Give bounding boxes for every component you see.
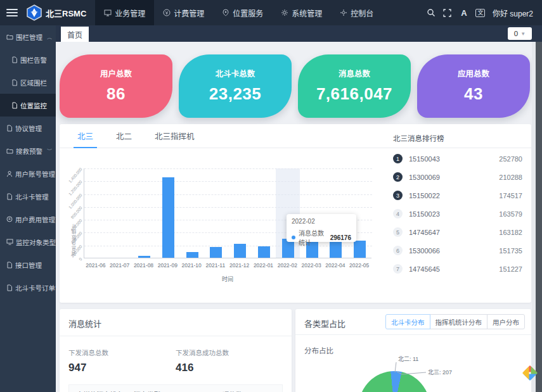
nav-item-business[interactable]: 业务管理: [95, 0, 154, 25]
nav-item-label: 业务管理: [115, 8, 145, 18]
ranking-row: 315150022174517: [393, 186, 522, 205]
folder-icon: [6, 148, 13, 155]
ranking-card-id: 15300066: [409, 247, 440, 255]
bar-2021-11[interactable]: [210, 247, 222, 258]
chevron-down-icon: ﹀: [47, 148, 52, 154]
bar-2022-01[interactable]: [258, 246, 270, 258]
tab-beier[interactable]: 北二: [105, 124, 143, 148]
sidebar-item-user-fees[interactable]: 用户费用管理﹀: [0, 208, 56, 231]
font-size-icon[interactable]: A: [456, 0, 472, 25]
button-beidou-card-distribution[interactable]: 北斗卡分布: [385, 314, 430, 329]
floating-diamond-widget[interactable]: [522, 365, 538, 381]
stat-card-title: 消息总数: [298, 67, 411, 79]
ranking-title: 北三消息排行榜: [393, 133, 522, 143]
message-ranking: 北三消息排行榜 11515004325278021530006921028831…: [393, 133, 522, 278]
message-chart-panel: 北三 北二 北三指挥机 消息总数统计 2021-062021-072021-08…: [60, 124, 531, 303]
sidebar-item-card-orders[interactable]: 北斗卡号订单管理: [0, 276, 56, 299]
tab-command-machine[interactable]: 北三指挥机: [143, 124, 206, 148]
bar-2021-09[interactable]: [162, 177, 174, 258]
tab-pager-dropdown[interactable]: 0▼: [508, 27, 532, 40]
stat-card-value: 86: [60, 84, 172, 104]
metric-value: 416: [176, 362, 283, 374]
sidebar-item-monitor-object-type[interactable]: 监控对象类型管理﹀: [0, 231, 56, 253]
search-icon[interactable]: [423, 0, 439, 25]
tooltip-value: 296176: [330, 234, 351, 241]
bar-2021-10[interactable]: [186, 252, 198, 258]
rank-badge: 7: [393, 264, 403, 274]
ranking-row: 714745645151227: [393, 260, 522, 278]
table-header: 通信数: [223, 389, 243, 392]
table-header: 多媒体消息排名: [77, 389, 134, 392]
brand-title: 北三RSMC: [46, 7, 86, 19]
stat-card-users: 用户总数 86: [60, 54, 172, 118]
ranking-card-id: 15150043: [409, 155, 440, 163]
bar-2021-12[interactable]: [234, 244, 246, 258]
chevron-up-icon: ︿: [47, 34, 52, 40]
nav-item-label: 控制台: [351, 8, 373, 18]
panel-title: 消息统计: [60, 309, 292, 336]
ranking-value: 210288: [499, 174, 522, 181]
button-user-distribution[interactable]: 用户分布: [487, 314, 525, 329]
bar-2021-08[interactable]: [138, 256, 150, 258]
sidebar-item-fence-alarm[interactable]: 围栏告警: [0, 48, 56, 71]
nav-item-label: 系统管理: [292, 8, 322, 18]
nav-item-system[interactable]: 系统管理: [272, 0, 331, 25]
stat-card-apps: 应用总数 43: [417, 54, 530, 118]
file-icon: [11, 79, 18, 86]
chevron-down-icon: ▼: [520, 31, 526, 37]
user-icon: [6, 170, 13, 177]
ranking-value: 163579: [499, 210, 522, 218]
sidebar-item-user-account[interactable]: 用户账号管理: [0, 162, 56, 185]
gridline: [84, 207, 372, 208]
nav-item-location[interactable]: 位置服务: [213, 0, 272, 25]
tooltip-date: 2022-02: [292, 218, 351, 225]
folder-icon: [6, 34, 13, 41]
table-header-row: 多媒体消息排名 消息类型 通信数: [68, 384, 283, 392]
tab-home[interactable]: 首页: [61, 27, 89, 42]
hamburger-icon[interactable]: [6, 9, 18, 16]
stat-card-beidou-cards: 北斗卡总数 23,235: [179, 54, 292, 118]
sidebar-item-api-management[interactable]: 接口管理: [0, 253, 56, 276]
user-greeting[interactable]: 你好 super2: [493, 8, 533, 18]
ranking-card-id: 15150022: [409, 192, 440, 199]
nav-item-billing[interactable]: 计费管理: [154, 0, 213, 25]
language-icon[interactable]: 文: [472, 0, 489, 25]
x-axis-tick: 2022-05: [344, 262, 375, 269]
file-icon: [6, 193, 13, 200]
tab-strip: 首页 0▼: [56, 25, 542, 42]
app-logo: [27, 4, 42, 21]
sidebar-item-protocol[interactable]: 协议管理: [0, 117, 56, 139]
scrollbar-thumb[interactable]: [536, 42, 542, 392]
location-pin-icon: [222, 9, 229, 16]
sidebar-item-area-fence[interactable]: 区域围栏: [0, 71, 56, 94]
button-command-machine-distribution[interactable]: 指挥机统计分布: [430, 314, 488, 329]
ranking-card-id: 14745647: [409, 229, 440, 236]
rank-badge: 6: [393, 246, 403, 255]
console-gear-icon: [340, 9, 347, 16]
ranking-value: 163182: [499, 229, 522, 236]
nav-item-console[interactable]: 控制台: [331, 0, 382, 25]
sidebar-item-location-monitor[interactable]: 位置监控: [0, 94, 56, 117]
sidebar-item-sar-warning[interactable]: 搜救预警﹀: [0, 139, 56, 162]
sidebar-item-beidou-card[interactable]: 北斗卡管理: [0, 185, 56, 208]
sidebar-item-fence-management[interactable]: 围栏管理︿: [0, 25, 56, 48]
ranking-card-id: 14745645: [409, 265, 440, 273]
top-navbar: 北三RSMC 业务管理 计费管理 位置服务 系统管理 控制台 A 文 你好 su…: [0, 0, 542, 25]
ranking-row: 615300066151735: [393, 241, 522, 260]
fullscreen-icon[interactable]: [439, 0, 456, 25]
stat-card-messages: 消息总数 7,616,047: [298, 54, 411, 118]
bar-chart: 消息总数统计 2021-062021-072021-082021-092021-…: [66, 155, 386, 296]
metric-value: 947: [68, 362, 176, 374]
billing-icon: [163, 9, 171, 16]
ratio-button-group: 北斗卡分布 指挥机统计分布 用户分布: [385, 314, 525, 329]
ranking-card-id: 15300069: [409, 174, 440, 181]
gridline: [84, 194, 372, 195]
tab-beisan[interactable]: 北三: [66, 124, 105, 148]
bar-2022-05[interactable]: [354, 241, 366, 258]
file-icon: [11, 56, 18, 63]
tooltip-series: 消息总数统计: [299, 228, 330, 247]
pie-chart: [359, 371, 430, 392]
pie-subtitle: 分布占比: [295, 335, 531, 355]
file-icon: [6, 284, 13, 291]
ranking-card-id: 15150023: [409, 210, 440, 218]
